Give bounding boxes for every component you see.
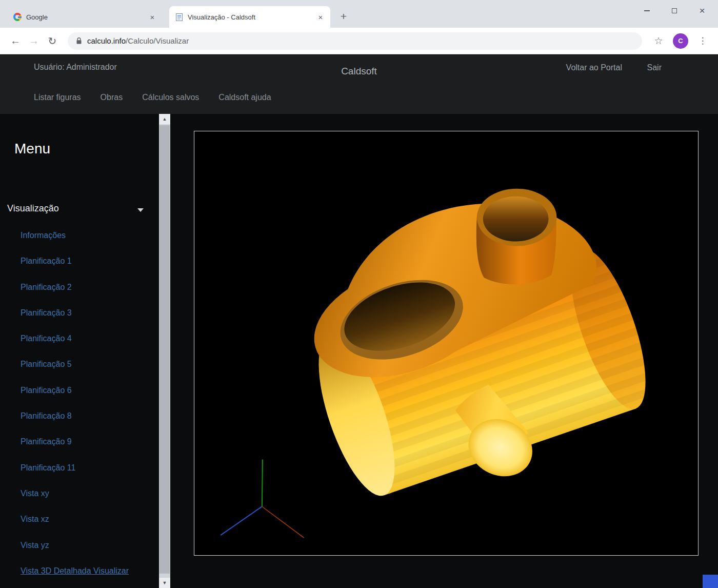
nav-item-calculos-salvos[interactable]: Cálculos salvos [142, 93, 199, 102]
sidebar-item-planificacao-6[interactable]: Planificação 6 [21, 386, 129, 411]
page-content: Menu Visualização Informações Planificaç… [0, 114, 718, 588]
sidebar-section-visualizacao[interactable]: Visualização [0, 199, 159, 218]
url-host: calculo.info [87, 36, 126, 45]
nav-item-listar-figuras[interactable]: Listar figuras [34, 93, 81, 102]
sidebar-item-vista-yz[interactable]: Vista yz [21, 541, 129, 566]
scrollbar-up-icon[interactable]: ▲ [159, 114, 170, 124]
sidebar-item-vista-3d-detalhada[interactable]: Vista 3D Detalhada Visualizar [21, 566, 129, 588]
sidebar-item-planificacao-8[interactable]: Planificação 8 [21, 411, 129, 437]
document-favicon-icon [175, 13, 183, 22]
axis-x-red [262, 506, 304, 538]
top-nozzle-opening [483, 197, 549, 242]
scrollbar-track [159, 124, 170, 578]
scrollbar-thumb[interactable] [159, 125, 170, 574]
lock-icon [76, 37, 82, 45]
portal-link[interactable]: Voltar ao Portal [566, 63, 622, 72]
axis-indicator [221, 459, 304, 538]
viewer-area [170, 114, 718, 588]
google-favicon-icon [13, 13, 22, 21]
sidebar-item-vista-xz[interactable]: Vista xz [21, 515, 129, 540]
address-bar[interactable]: calculo.info/Calculo/Visualizar [68, 32, 642, 50]
tab-google[interactable]: Google × [7, 6, 162, 28]
sidebar-item-planificacao-1[interactable]: Planificação 1 [21, 257, 129, 282]
sidebar-item-planificacao-4[interactable]: Planificação 4 [21, 334, 129, 360]
maximize-icon [672, 8, 677, 13]
sidebar-item-planificacao-5[interactable]: Planificação 5 [21, 360, 129, 385]
nav-item-caldsoft-ajuda[interactable]: Caldsoft ajuda [218, 93, 271, 102]
sidebar-item-planificacao-9[interactable]: Planificação 9 [21, 437, 129, 463]
site-header: Usuário: Administrador Caldsoft Voltar a… [0, 55, 718, 114]
browser-toolbar: ← → ↻ calculo.info/Calculo/Visualizar ☆ … [0, 28, 718, 54]
axis-z-blue [221, 506, 262, 535]
sidebar-item-planificacao-3[interactable]: Planificação 3 [21, 308, 129, 334]
minimize-icon [644, 10, 650, 11]
chevron-down-icon [137, 208, 144, 212]
sidebar: Menu Visualização Informações Planificaç… [0, 114, 159, 588]
sidebar-item-vista-xy[interactable]: Vista xy [21, 489, 129, 515]
new-tab-button[interactable]: + [336, 9, 351, 24]
tab-label: Google [26, 13, 143, 21]
sidebar-item-planificacao-2[interactable]: Planificação 2 [21, 283, 129, 308]
sidebar-item-informacoes[interactable]: Informações [21, 231, 129, 257]
page-scroll-corner[interactable] [703, 575, 718, 588]
section-label: Visualização [7, 203, 59, 214]
scrollbar-down-icon[interactable]: ▼ [159, 578, 170, 588]
profile-avatar[interactable]: C [673, 33, 688, 49]
sidebar-scrollbar[interactable]: ▲ ▼ [159, 114, 170, 588]
tab-strip: Google × Visualização - Caldsoft × + × [0, 0, 718, 28]
logout-link[interactable]: Sair [647, 63, 662, 72]
top-nozzle [476, 189, 557, 285]
pipe-3d-model [194, 131, 698, 555]
browser-menu-icon[interactable]: ⋮ [693, 32, 712, 50]
site-nav: Listar figuras Obras Cálculos salvos Cal… [34, 93, 271, 102]
tab-label: Visualização - Caldsoft [188, 13, 311, 21]
reload-icon[interactable]: ↻ [43, 32, 62, 50]
back-icon[interactable]: ← [6, 32, 25, 50]
axis-y-green [262, 459, 263, 506]
browser-window: Google × Visualização - Caldsoft × + × ←… [0, 0, 718, 588]
tab-caldsoft[interactable]: Visualização - Caldsoft × [169, 6, 330, 28]
bookmark-star-icon[interactable]: ☆ [649, 32, 668, 50]
3d-viewport[interactable] [194, 131, 699, 556]
url-text: calculo.info/Calculo/Visualizar [87, 36, 189, 45]
maximize-button[interactable] [663, 3, 686, 18]
url-path: /Calculo/Visualizar [126, 36, 189, 45]
sidebar-links: Informações Planificação 1 Planificação … [21, 231, 129, 588]
tab-close-icon[interactable]: × [148, 12, 157, 22]
tab-close-icon[interactable]: × [316, 12, 325, 22]
forward-icon[interactable]: → [25, 32, 43, 50]
close-button[interactable]: × [690, 3, 714, 18]
sidebar-title: Menu [14, 141, 50, 157]
minimize-button[interactable] [635, 3, 659, 18]
sidebar-item-planificacao-11[interactable]: Planificação 11 [21, 463, 129, 489]
nav-item-obras[interactable]: Obras [101, 93, 123, 102]
